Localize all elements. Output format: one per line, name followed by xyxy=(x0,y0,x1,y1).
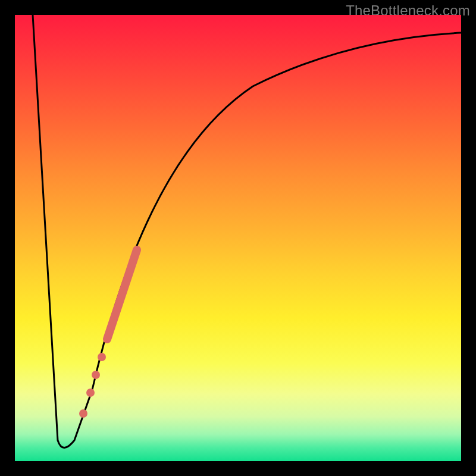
highlight-segment xyxy=(107,250,137,339)
data-point xyxy=(79,409,87,418)
data-point xyxy=(98,353,106,361)
plot-area xyxy=(15,15,461,461)
data-point xyxy=(92,371,100,379)
bottleneck-curve xyxy=(33,15,461,448)
chart-frame: TheBottleneck.com xyxy=(0,0,476,476)
chart-svg xyxy=(15,15,461,461)
data-point xyxy=(86,389,95,397)
